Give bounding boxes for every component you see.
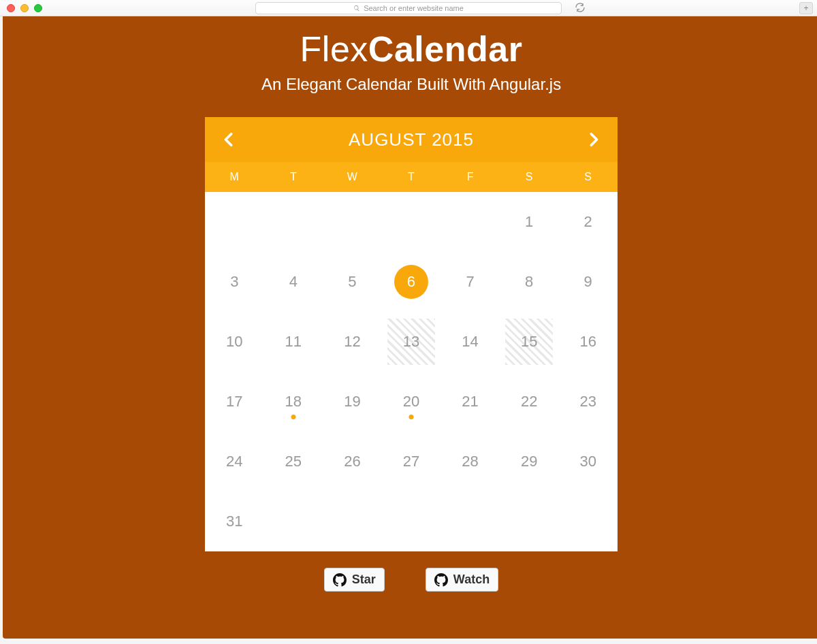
day-number: 6 bbox=[407, 273, 415, 291]
calendar-day[interactable]: 15 bbox=[500, 312, 559, 372]
weekday-row: MTWTFSS bbox=[205, 162, 618, 192]
reload-icon[interactable] bbox=[575, 2, 586, 13]
day-number: 9 bbox=[584, 273, 592, 291]
calendar-day[interactable]: 17 bbox=[205, 372, 264, 432]
event-dot-icon bbox=[291, 415, 295, 419]
day-number: 31 bbox=[226, 513, 242, 530]
calendar-empty-cell bbox=[440, 192, 500, 252]
day-number: 29 bbox=[521, 453, 537, 470]
close-window-icon[interactable] bbox=[7, 4, 15, 12]
prev-month-button[interactable] bbox=[221, 129, 236, 150]
calendar-day[interactable]: 9 bbox=[558, 252, 618, 312]
app-container: FlexCalendar An Elegant Calendar Built W… bbox=[3, 16, 817, 639]
maximize-window-icon[interactable] bbox=[34, 4, 42, 12]
star-button[interactable]: Star bbox=[324, 568, 385, 592]
calendar-day[interactable]: 23 bbox=[558, 372, 618, 432]
calendar-day[interactable]: 27 bbox=[382, 432, 441, 492]
day-number: 18 bbox=[285, 393, 302, 410]
weekday-label: S bbox=[558, 162, 618, 192]
day-number: 26 bbox=[344, 453, 360, 470]
chevron-left-icon bbox=[221, 129, 236, 150]
new-tab-button[interactable]: + bbox=[799, 2, 813, 14]
github-icon bbox=[434, 573, 448, 587]
calendar-day[interactable]: 11 bbox=[264, 312, 323, 372]
weekday-label: T bbox=[382, 162, 441, 192]
event-dot-icon bbox=[408, 415, 413, 419]
calendar: AUGUST 2015 MTWTFSS 12345678910111213141… bbox=[205, 117, 618, 551]
calendar-day[interactable]: 7 bbox=[440, 252, 500, 312]
calendar-day[interactable]: 1 bbox=[500, 192, 559, 252]
calendar-day[interactable]: 24 bbox=[205, 432, 264, 492]
calendar-day[interactable]: 22 bbox=[500, 372, 559, 432]
day-number: 15 bbox=[521, 333, 537, 351]
calendar-day[interactable]: 31 bbox=[205, 492, 264, 551]
day-number: 7 bbox=[466, 273, 474, 291]
calendar-day[interactable]: 16 bbox=[558, 312, 618, 372]
calendar-day[interactable]: 2 bbox=[558, 192, 618, 252]
title-bold: Calendar bbox=[368, 29, 523, 69]
day-number: 16 bbox=[579, 333, 596, 351]
calendar-empty-cell bbox=[205, 192, 264, 252]
calendar-day[interactable]: 6 bbox=[382, 252, 441, 312]
calendar-day[interactable]: 28 bbox=[440, 432, 500, 492]
calendar-day[interactable]: 21 bbox=[440, 372, 500, 432]
day-number: 20 bbox=[403, 393, 419, 410]
day-number: 2 bbox=[584, 213, 592, 231]
calendar-day[interactable]: 4 bbox=[264, 252, 323, 312]
calendar-day[interactable]: 13 bbox=[382, 312, 441, 372]
calendar-day[interactable]: 19 bbox=[323, 372, 382, 432]
calendar-day[interactable]: 5 bbox=[323, 252, 382, 312]
day-number: 4 bbox=[289, 273, 298, 291]
weekday-label: F bbox=[440, 162, 500, 192]
day-number: 23 bbox=[579, 393, 596, 410]
title-light: Flex bbox=[300, 29, 368, 69]
day-number: 27 bbox=[403, 453, 419, 470]
weekday-label: W bbox=[323, 162, 382, 192]
star-label: Star bbox=[352, 573, 376, 587]
watch-label: Watch bbox=[453, 573, 490, 587]
calendar-day[interactable]: 10 bbox=[205, 312, 264, 372]
github-buttons: Star Watch bbox=[324, 568, 498, 592]
day-number: 19 bbox=[344, 393, 360, 410]
calendar-day[interactable]: 25 bbox=[264, 432, 323, 492]
calendar-day[interactable]: 12 bbox=[323, 312, 382, 372]
day-number: 12 bbox=[344, 333, 360, 351]
calendar-day[interactable]: 18 bbox=[264, 372, 323, 432]
day-number: 13 bbox=[403, 333, 419, 351]
address-bar[interactable]: Search or enter website name bbox=[255, 2, 562, 14]
day-number: 3 bbox=[230, 273, 238, 291]
calendar-empty-cell bbox=[264, 192, 323, 252]
calendar-day[interactable]: 30 bbox=[558, 432, 618, 492]
github-icon bbox=[333, 573, 347, 587]
chevron-right-icon bbox=[586, 129, 601, 150]
calendar-header: AUGUST 2015 bbox=[205, 117, 618, 162]
search-icon bbox=[353, 5, 360, 12]
calendar-day[interactable]: 20 bbox=[382, 372, 441, 432]
window-controls bbox=[7, 4, 42, 12]
next-month-button[interactable] bbox=[586, 129, 601, 150]
watch-button[interactable]: Watch bbox=[426, 568, 498, 592]
weekday-label: M bbox=[205, 162, 264, 192]
day-number: 5 bbox=[348, 273, 356, 291]
browser-toolbar: Search or enter website name + bbox=[0, 0, 817, 16]
weekday-label: S bbox=[500, 162, 559, 192]
day-number: 17 bbox=[226, 393, 242, 410]
day-number: 11 bbox=[285, 333, 302, 351]
month-label: AUGUST 2015 bbox=[349, 129, 474, 150]
page-title: FlexCalendar bbox=[300, 29, 523, 69]
calendar-day[interactable]: 29 bbox=[500, 432, 559, 492]
minimize-window-icon[interactable] bbox=[20, 4, 29, 12]
weekday-label: T bbox=[264, 162, 323, 192]
calendar-day[interactable]: 26 bbox=[323, 432, 382, 492]
day-number: 28 bbox=[462, 453, 478, 470]
calendar-day[interactable]: 3 bbox=[205, 252, 264, 312]
page-subtitle: An Elegant Calendar Built With Angular.j… bbox=[261, 75, 561, 94]
day-number: 24 bbox=[226, 453, 242, 470]
day-number: 30 bbox=[579, 453, 596, 470]
day-number: 1 bbox=[525, 213, 533, 231]
calendar-day[interactable]: 8 bbox=[500, 252, 559, 312]
calendar-empty-cell bbox=[382, 192, 441, 252]
calendar-day[interactable]: 14 bbox=[440, 312, 500, 372]
day-number: 8 bbox=[525, 273, 533, 291]
day-number: 25 bbox=[285, 453, 302, 470]
